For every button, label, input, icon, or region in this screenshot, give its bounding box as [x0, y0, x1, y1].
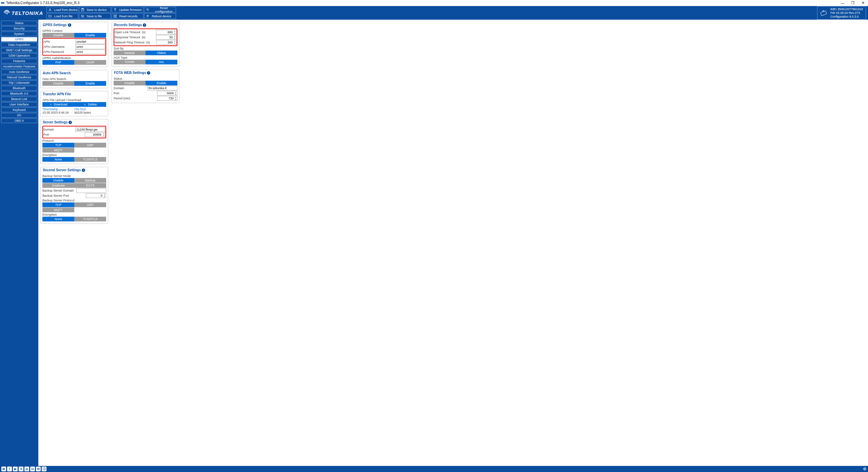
svg-rect-1 [1, 3, 4, 4]
sidebar-item-accelerometer-features[interactable]: Accelerometer Features [1, 64, 37, 69]
reboot-device-button[interactable]: Reboot device [144, 13, 176, 19]
backup-enc-tls[interactable]: TLS/DTLS [74, 217, 106, 221]
spinner-down-icon[interactable]: ▼ [103, 196, 106, 198]
auto-apn-disable[interactable]: Disable [42, 81, 74, 86]
apn-password-input[interactable] [75, 50, 105, 54]
sidebar-item-manual-geofence[interactable]: Manual Geofence [1, 75, 37, 80]
sidebar-item-gsm-operators[interactable]: GSM Operators [1, 53, 37, 58]
close-button[interactable]: ✕ [858, 0, 868, 6]
sidebar-item-i-o[interactable]: I/O [1, 113, 37, 118]
timestamp-header: TimeStamp [42, 107, 74, 111]
social-linkedin-icon[interactable]: in [30, 467, 35, 471]
info-icon[interactable]: i [143, 23, 146, 27]
backup-mode-disable[interactable]: Disable [42, 178, 74, 183]
window-titlebar: Teltonika.Configurator 1.7.61.E.fmp100_e… [0, 0, 868, 6]
backup-mode-duplicate[interactable]: Duplicate [42, 183, 74, 188]
social-youtube-icon[interactable]: ▶ [13, 467, 18, 471]
info-icon[interactable]: i [147, 71, 150, 75]
load-from-device-button[interactable]: Load from device [46, 7, 78, 13]
sidebar-item-obd-ii[interactable]: OBD II [1, 118, 37, 123]
social-instagram-icon[interactable]: ◎ [24, 467, 29, 471]
load-from-file-button[interactable]: Load from file [46, 13, 78, 19]
sidebar-item-features[interactable]: Features [1, 59, 37, 63]
fota-enable[interactable]: Enable [146, 81, 177, 85]
imei-value: 350612077961918 [837, 7, 863, 11]
svg-rect-0 [1, 2, 4, 3]
spinner-down-icon[interactable]: ▼ [174, 98, 177, 100]
apn-delete-button[interactable]: Delete [74, 102, 106, 107]
fota-web-title: FOTA WEB Settings [114, 71, 146, 75]
sidebar: StatusSecuritySystemGPRSData Acquisition… [0, 20, 38, 466]
apn-download-button[interactable]: Download [42, 102, 74, 107]
server-protocol-mqtt[interactable]: MQTT [42, 148, 74, 153]
sidebar-item-beacon-list[interactable]: Beacon List [1, 97, 37, 101]
spinner-down-icon[interactable]: ▼ [173, 32, 176, 34]
apn-username-label: APN Username [43, 45, 75, 48]
backup-mode-backup[interactable]: Backup [74, 178, 106, 183]
save-to-file-button[interactable]: Save to file [79, 13, 111, 19]
sidebar-item-trip-odometer[interactable]: Trip \ Odometer [1, 80, 37, 85]
records-settings-title: Records Settings [114, 23, 142, 27]
ack-avl[interactable]: AVL [146, 60, 177, 64]
gprs-auth-chap[interactable]: CHAP [74, 60, 106, 65]
info-icon[interactable]: i [68, 23, 71, 27]
server-domain-label: Domain [43, 128, 75, 131]
server-enc-none[interactable]: None [42, 157, 74, 162]
sidebar-item-keyboard[interactable]: Keyboard [1, 107, 37, 112]
sort-newest[interactable]: Newest [114, 51, 146, 55]
read-records-button[interactable]: Read records [112, 13, 143, 19]
transfer-apn-panel: Transfer APN File APN File Upload / Down… [40, 91, 108, 116]
sidebar-item-data-acquisition[interactable]: Data Acquisition [1, 42, 37, 47]
footer-bar: ⊞ f ▶ 𝕏 ◎ in W ⓘ ⚙ [0, 466, 868, 472]
minimize-button[interactable]: — [837, 0, 848, 6]
sort-oldest[interactable]: Oldest [146, 51, 177, 55]
ack-tcpip[interactable]: TCP/IP [114, 60, 146, 64]
save-to-device-button[interactable]: Save to device [79, 7, 111, 13]
info-icon[interactable]: i [82, 169, 85, 172]
maximize-button[interactable]: ❐ [848, 0, 858, 6]
spinner-down-icon[interactable]: ▼ [173, 37, 176, 39]
gprs-context-enable[interactable]: Enable [74, 33, 106, 38]
social-wiki-icon[interactable]: W [36, 467, 41, 471]
apn-input[interactable] [75, 39, 105, 44]
sidebar-item-security[interactable]: Security [1, 26, 37, 31]
settings-gear-icon[interactable]: ⚙ [863, 467, 867, 471]
svg-rect-5 [114, 15, 116, 17]
spinner-down-icon[interactable]: ▼ [174, 93, 177, 95]
reset-configuration-button[interactable]: Reset configuration [144, 7, 176, 13]
backup-protocol-tcp[interactable]: TCP [42, 202, 74, 207]
backup-mode-egts[interactable]: EGTS [74, 183, 106, 188]
sidebar-item-auto-geofence[interactable]: Auto Geofence [1, 70, 37, 74]
social-twitter-icon[interactable]: 𝕏 [19, 467, 23, 471]
auto-apn-enable[interactable]: Enable [74, 81, 106, 86]
sidebar-item-user-interface[interactable]: User Interface [1, 102, 37, 107]
apn-username-input[interactable] [75, 44, 105, 49]
sidebar-item-bluetooth[interactable]: Bluetooth [1, 86, 37, 91]
server-protocol-udp[interactable]: UDP [74, 143, 106, 148]
fota-domain-input[interactable] [148, 86, 177, 91]
backup-protocol-mqtt[interactable]: MQTT [42, 208, 74, 212]
gprs-context-disable[interactable]: Disable [42, 33, 74, 38]
sidebar-item-system[interactable]: System [1, 32, 37, 36]
social-grid-icon[interactable]: ⊞ [1, 467, 6, 471]
info-icon[interactable]: i [69, 121, 72, 124]
server-protocol-tcp[interactable]: TCP [42, 143, 74, 148]
backup-enc-none[interactable]: None [42, 217, 74, 221]
backup-protocol-udp[interactable]: UDP [74, 202, 106, 207]
backup-domain-input[interactable] [76, 188, 106, 193]
gprs-auth-pap[interactable]: PAP [42, 60, 74, 65]
update-firmware-button[interactable]: Update firmware [112, 7, 143, 13]
server-domain-input[interactable] [75, 127, 105, 132]
sidebar-item-gprs[interactable]: GPRS [1, 37, 37, 42]
spinner-down-icon[interactable]: ▼ [102, 135, 105, 137]
window-title: Teltonika.Configurator 1.7.61.E.fmp100_e… [6, 1, 79, 5]
sidebar-item-status[interactable]: Status [1, 21, 37, 25]
sidebar-item-sms-call-settings[interactable]: SMS \ Call Settings [1, 48, 37, 53]
fota-disable[interactable]: Disable [114, 81, 146, 85]
server-enc-tls[interactable]: TLS/DTLS [74, 157, 106, 162]
svg-rect-4 [82, 8, 83, 9]
spinner-down-icon[interactable]: ▼ [173, 42, 176, 44]
social-facebook-icon[interactable]: f [7, 467, 12, 471]
sidebar-item-bluetooth-4-0[interactable]: Bluetooth 4.0 [1, 91, 37, 96]
social-info-icon[interactable]: ⓘ [42, 467, 46, 471]
